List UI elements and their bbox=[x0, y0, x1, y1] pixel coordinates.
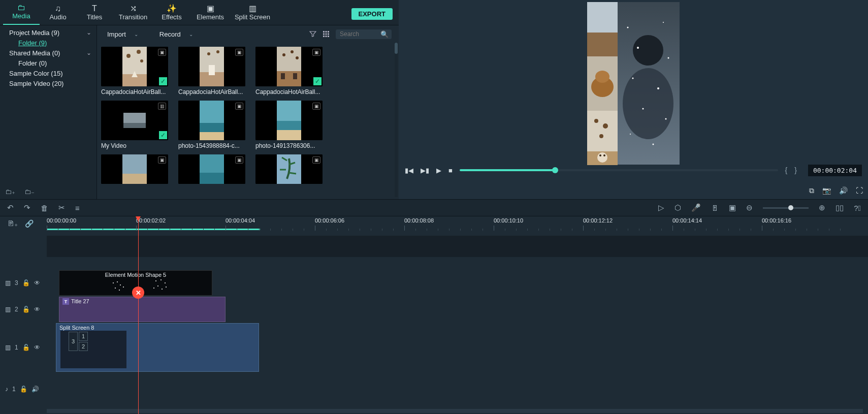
tab-media[interactable]: 🗀Media bbox=[3, 1, 40, 25]
split-icon[interactable]: ✂ bbox=[58, 203, 65, 212]
lock-icon[interactable]: 🔓 bbox=[22, 279, 30, 286]
seek-handle[interactable] bbox=[552, 167, 558, 173]
clip-title-27[interactable]: TTitle 27 bbox=[59, 297, 226, 322]
export-button[interactable]: EXPORT bbox=[351, 8, 393, 20]
lock-icon[interactable]: 🔓 bbox=[20, 386, 27, 393]
play-icon[interactable]: ▶ bbox=[436, 167, 441, 174]
clip-label: Element Motion Shape 5 bbox=[62, 272, 209, 278]
svg-rect-6 bbox=[323, 36, 325, 37]
remove-folder-icon[interactable]: 🗀₋ bbox=[24, 188, 35, 196]
search-icon[interactable]: 🔍 bbox=[380, 30, 389, 38]
media-item[interactable]: ▣ photo-14913786306... bbox=[255, 101, 323, 149]
chevron-down-icon[interactable]: ⌄ bbox=[86, 29, 91, 36]
preview-settings-icon[interactable]: ⧉ bbox=[809, 186, 814, 195]
media-item[interactable]: ▥✓ My Video bbox=[101, 101, 168, 149]
lock-icon[interactable]: 🔓 bbox=[22, 306, 30, 313]
tab-split-screen[interactable]: ▥Split Screen bbox=[231, 2, 274, 25]
eye-icon[interactable]: 👁 bbox=[34, 279, 40, 286]
record-button[interactable]: Record bbox=[156, 29, 184, 39]
import-button[interactable]: Import bbox=[104, 29, 129, 39]
svg-rect-31 bbox=[123, 123, 146, 128]
media-item[interactable]: ▣ photo-1543988884-c... bbox=[178, 101, 245, 149]
chevron-down-icon[interactable]: ⌄ bbox=[86, 49, 91, 56]
timeline-scrollbar[interactable] bbox=[47, 409, 863, 413]
tree-sample-video[interactable]: Sample Video (20) bbox=[0, 78, 97, 88]
seek-bar[interactable] bbox=[460, 169, 778, 171]
zoom-slider[interactable] bbox=[763, 207, 809, 209]
svg-point-82 bbox=[165, 282, 166, 283]
fit-icon[interactable]: ▯▯ bbox=[835, 203, 844, 212]
tab-audio[interactable]: ♫Audio bbox=[40, 2, 76, 25]
media-item[interactable]: ▣✓ CappadociaHotAirBall... bbox=[101, 47, 168, 95]
import-dropdown-icon[interactable]: ⌄ bbox=[132, 31, 140, 37]
delete-icon[interactable]: 🗑 bbox=[41, 204, 48, 212]
edit-toolbar: ↶ ↷ 🗑 ✂ ≡ ▷ ⬡ 🎤 🎚 ▣ ⊖ ⊕ ▯▯ ?⃝ bbox=[0, 199, 868, 216]
tree-shared-media[interactable]: Shared Media (0)⌄ bbox=[0, 48, 97, 58]
search-box[interactable]: 🔍 bbox=[336, 29, 392, 39]
media-item[interactable]: ▣ CappadociaHotAirBall... bbox=[178, 47, 245, 95]
svg-point-25 bbox=[291, 50, 294, 53]
browser-scrollbar[interactable] bbox=[395, 43, 398, 197]
ruler-label: 00:00:12:12 bbox=[583, 217, 613, 224]
audio-mixer-icon[interactable]: 🎚 bbox=[711, 204, 719, 212]
tab-transition[interactable]: ⤭Transition bbox=[113, 2, 153, 25]
svg-point-26 bbox=[296, 56, 299, 59]
marker-icon[interactable]: ⬡ bbox=[674, 203, 681, 212]
zoom-out-icon[interactable]: ⊖ bbox=[746, 203, 753, 212]
main-tabs: 🗀Media ♫Audio TTitles ⤭Transition ✨Effec… bbox=[0, 0, 399, 25]
timeline-ruler[interactable]: 00:00:00:0000:00:02:0200:00:04:0400:00:0… bbox=[47, 216, 868, 231]
tab-elements[interactable]: ▣Elements bbox=[190, 2, 231, 25]
clip-split-screen[interactable]: Split Screen 8 1 3 2 bbox=[56, 323, 259, 372]
zoom-in-icon[interactable]: ⊕ bbox=[819, 203, 825, 212]
voiceover-icon[interactable]: 🎤 bbox=[691, 203, 701, 212]
track-manager-icon[interactable]: 🖹₊ bbox=[7, 219, 18, 228]
search-input[interactable] bbox=[340, 30, 380, 38]
svg-point-86 bbox=[153, 288, 154, 289]
svg-point-12 bbox=[126, 54, 131, 58]
render-preview-icon[interactable]: ▷ bbox=[658, 203, 664, 212]
svg-point-79 bbox=[123, 286, 124, 288]
ruler-label: 00:00:16:16 bbox=[762, 217, 791, 224]
fullscreen-icon[interactable]: ⛶ bbox=[856, 186, 863, 195]
prev-frame-icon[interactable]: ▮◀ bbox=[405, 167, 413, 174]
tree-sample-color[interactable]: Sample Color (15) bbox=[0, 68, 97, 78]
tab-titles[interactable]: TTitles bbox=[76, 2, 113, 25]
link-icon[interactable]: 🔗 bbox=[25, 219, 34, 228]
media-item[interactable]: ▣ bbox=[255, 154, 323, 184]
playhead[interactable]: ✕ bbox=[138, 216, 139, 414]
svg-point-54 bbox=[594, 119, 598, 123]
volume-icon[interactable]: 🔊 bbox=[839, 186, 848, 195]
tree-project-media[interactable]: Project Media (9)⌄ bbox=[0, 27, 97, 38]
crop-icon[interactable]: ▣ bbox=[729, 203, 736, 212]
eye-icon[interactable]: 👁 bbox=[34, 306, 40, 313]
title-badge-icon: T bbox=[62, 298, 69, 305]
music-icon: ♫ bbox=[40, 4, 76, 13]
tree-folder-0[interactable]: Folder (0) bbox=[0, 58, 97, 68]
tab-effects[interactable]: ✨Effects bbox=[153, 2, 190, 25]
help-icon[interactable]: ?⃝ bbox=[854, 204, 861, 212]
adjust-icon[interactable]: ≡ bbox=[75, 204, 80, 212]
mark-out-icon[interactable]: } bbox=[794, 166, 797, 174]
work-area-range[interactable] bbox=[47, 229, 260, 230]
svg-point-81 bbox=[160, 279, 162, 280]
grid-view-icon[interactable] bbox=[323, 30, 333, 38]
add-folder-icon[interactable]: 🗀₊ bbox=[5, 188, 15, 196]
next-frame-icon[interactable]: ▶▮ bbox=[421, 167, 429, 174]
tree-folder-9[interactable]: Folder (9) bbox=[0, 38, 97, 48]
snapshot-icon[interactable]: 📷 bbox=[822, 186, 831, 195]
media-item[interactable]: ▣ bbox=[101, 154, 168, 184]
speaker-icon[interactable]: 🔊 bbox=[31, 386, 39, 393]
media-item[interactable]: ▣✓ CappadociaHotAirBall... bbox=[255, 47, 323, 95]
lock-icon[interactable]: 🔓 bbox=[22, 344, 30, 351]
skip-indicator-icon[interactable]: ✕ bbox=[132, 286, 144, 299]
media-grid: ▣✓ CappadociaHotAirBall... ▣ CappadociaH… bbox=[97, 43, 399, 199]
redo-icon[interactable]: ↷ bbox=[24, 203, 30, 212]
record-dropdown-icon[interactable]: ⌄ bbox=[187, 31, 195, 37]
filter-icon[interactable] bbox=[309, 30, 319, 38]
media-item[interactable]: ▣ bbox=[178, 154, 245, 184]
eye-icon[interactable]: 👁 bbox=[34, 344, 40, 351]
stop-icon[interactable]: ■ bbox=[448, 167, 453, 174]
undo-icon[interactable]: ↶ bbox=[7, 203, 14, 212]
mark-in-icon[interactable]: { bbox=[785, 166, 788, 174]
transport-controls: ▮◀ ▶▮ ▶ ■ { } 00:00:02:04 bbox=[399, 164, 868, 177]
